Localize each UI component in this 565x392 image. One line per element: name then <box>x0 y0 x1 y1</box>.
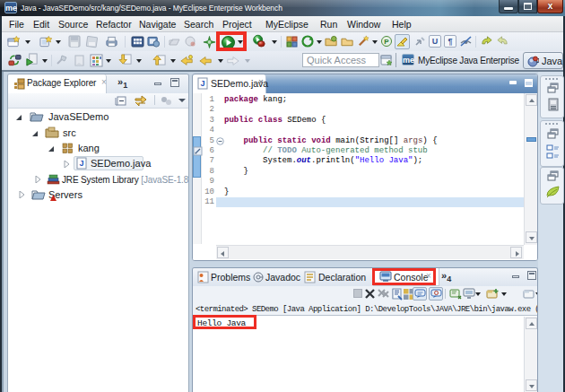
svg-text:J: J <box>200 79 204 88</box>
svg-text:J: J <box>79 159 83 168</box>
svg-text:P: P <box>384 38 389 46</box>
svg-text:J: J <box>536 57 539 64</box>
